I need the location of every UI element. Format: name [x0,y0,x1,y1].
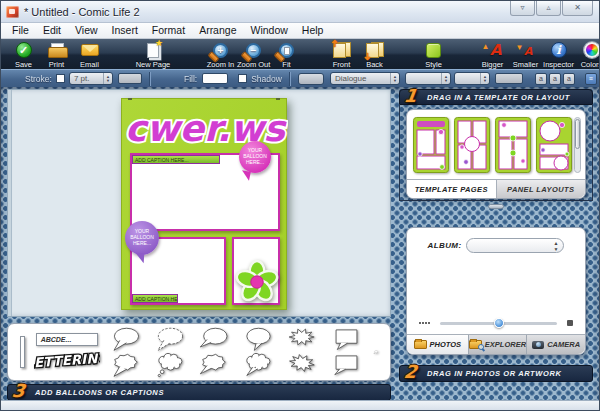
menu-format[interactable]: Format [145,23,192,38]
template-browser: TEMPLATE PAGES PANEL LAYOUTS [406,109,586,199]
menu-help[interactable]: Help [295,23,331,38]
caption-placeholder-1[interactable]: ADD CAPTION HERE... [132,155,220,164]
tab-explorer[interactable]: EXPLORER [468,335,527,354]
font-smaller-icon [515,42,537,59]
maximize-button[interactable]: ▵ [536,1,561,16]
magnifier-page-icon [279,43,294,58]
small-thumbnails-icon [419,322,430,324]
menu-edit[interactable]: Edit [36,23,68,38]
colors-button[interactable]: Colors [575,41,600,69]
font-bigger-icon [482,42,504,59]
step-number-2: 2 [403,363,418,381]
text-style-button-1[interactable]: a [535,73,547,85]
lettering-item[interactable]: LETTERING [34,349,100,371]
back-button[interactable]: ➜Back [358,41,391,69]
smaller-button[interactable]: Smaller [509,41,542,69]
folder-icon [414,340,427,349]
balloon-burst-item[interactable] [285,327,320,352]
album-select[interactable]: ▲▼ [466,238,564,253]
format-toolbar: Stroke: 7 pt.▲▼ Fill: Shadow Dialogue▲▼ … [1,69,599,87]
tab-panel-layouts[interactable]: PANEL LAYOUTS [496,180,586,198]
minimize-button[interactable]: ▿ [510,1,535,16]
font-style-select[interactable]: Dialogue▲▼ [330,72,400,85]
balloon-rough-oval-item[interactable] [109,353,144,378]
menu-file[interactable]: File [5,23,36,38]
print-button[interactable]: Print [40,41,73,69]
fit-button[interactable]: Fit [270,41,303,69]
magnifier-minus-icon: − [246,43,261,58]
balloon-telepathy-item[interactable] [373,340,378,365]
text-box-item[interactable]: ABCDE... [36,333,98,346]
template-page-thumbnail-1[interactable] [413,117,449,173]
camera-icon [532,341,544,349]
balloon-palette: ABCDE... LETTERING [7,323,391,381]
inspector-button[interactable]: Inspector [542,41,575,69]
menu-window[interactable]: Window [243,23,294,38]
font-size-select[interactable]: ▲▼ [454,72,490,85]
balloon-scalloped-item[interactable] [241,353,276,378]
fill-color-swatch[interactable] [202,73,228,84]
canvas[interactable]: cwer.ws ADD CAPTION HERE... ADD CAPTION … [7,89,391,317]
status-bar [1,400,599,410]
email-button[interactable]: Email [73,41,106,69]
template-page-thumbnail-4[interactable] [536,117,572,173]
save-button[interactable]: Save [7,41,40,69]
templates-panel: 1 DRAG IN A TEMPLATE OR LAYOUT [399,89,593,217]
slider-knob[interactable] [494,318,504,328]
shadow-checkbox[interactable] [238,74,247,83]
tab-photos[interactable]: PHOTOS [407,335,468,354]
front-button[interactable]: ➜Front [325,41,358,69]
caption-box-item[interactable] [20,336,25,368]
font-family-select[interactable]: ▲▼ [405,72,451,85]
speech-balloon-purple[interactable]: YOUR BALLOON HERE... [125,221,159,255]
text-style-button-2[interactable]: a [549,73,561,85]
style-button[interactable]: Style [417,41,450,69]
scrollbar-thumb[interactable] [575,119,580,149]
tab-template-pages[interactable]: TEMPLATE PAGES [407,180,496,198]
menu-insert[interactable]: Insert [105,23,145,38]
thumbnail-size-slider[interactable] [440,322,557,325]
zoom-out-button[interactable]: −Zoom Out [237,41,270,69]
balloon-square-item[interactable] [329,327,364,352]
printer-icon [48,43,66,58]
balloon-oval-small-tail-item[interactable] [241,327,276,352]
stepper-icon: ▲▼ [390,73,399,84]
comic-page[interactable]: cwer.ws ADD CAPTION HERE... ADD CAPTION … [121,98,287,310]
svg-text:LETTERING: LETTERING [34,350,100,371]
close-button[interactable]: ✕ [562,1,593,16]
stroke-color-swatch[interactable] [118,73,142,84]
balloon-square-2-item[interactable] [329,353,364,378]
align-left-button[interactable]: ≡ [585,73,597,85]
magnifier-plus-icon: + [213,43,228,58]
speech-balloon-pink[interactable]: YOUR BALLOON HERE... [239,141,271,173]
stroke-width-select[interactable]: 7 pt.▲▼ [69,72,113,85]
balloon-dotted-oval-item[interactable] [153,327,188,352]
template-scrollbar[interactable] [574,117,581,173]
text-style-button-3[interactable]: a [563,73,575,85]
panel-resize-handle[interactable] [488,204,504,209]
large-thumbnails-icon [567,320,573,326]
bigger-button[interactable]: Bigger [476,41,509,69]
new-page-button[interactable]: New Page [132,41,174,69]
balloon-oval-item[interactable] [109,327,144,352]
stepper-icon: ▲▼ [103,73,112,84]
workspace: cwer.ws ADD CAPTION HERE... ADD CAPTION … [1,87,599,402]
balloon-oval-left-tail-item[interactable] [197,327,232,352]
stroke-checkbox[interactable] [56,74,65,83]
balloon-rough-oval-left-tail-item[interactable] [197,353,232,378]
stepper-icon: ▲▼ [554,240,559,252]
caption-placeholder-2[interactable]: ADD CAPTION HERE... [132,294,178,303]
template-page-thumbnail-2[interactable] [454,117,490,173]
text-color-swatch[interactable] [495,73,523,84]
menu-arrange[interactable]: Arrange [192,23,243,38]
balloon-burst-2-item[interactable] [285,353,320,378]
balloons-panel: ABCDE... LETTERING [7,321,391,411]
template-page-thumbnail-3[interactable] [495,117,531,173]
font-panel-button[interactable] [298,73,324,85]
menu-view[interactable]: View [68,23,105,38]
zoom-in-button[interactable]: +Zoom In [204,41,237,69]
balloon-thought-cloud-item[interactable] [153,353,188,378]
color-wheel-icon [584,42,600,58]
flower-sticker[interactable] [234,257,280,305]
tab-camera[interactable]: CAMERA [526,335,585,354]
